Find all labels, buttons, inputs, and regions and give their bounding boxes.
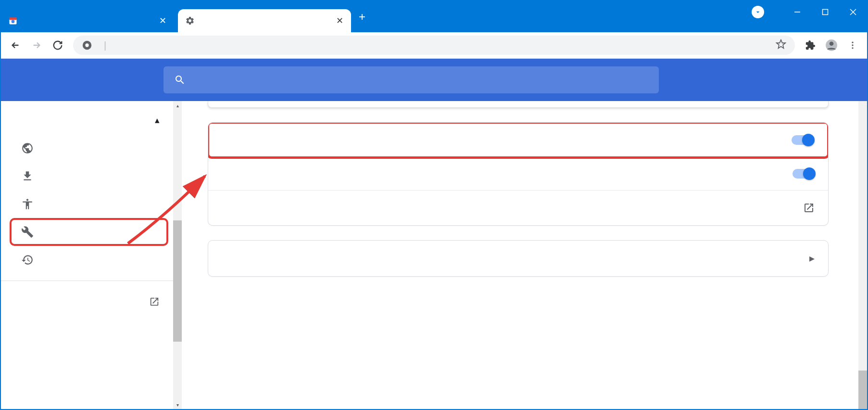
svg-point-2 [12, 20, 15, 23]
window-titlebar: ✕ ✕ + [1, 1, 867, 32]
forward-button[interactable] [27, 36, 46, 55]
external-link-icon [149, 296, 160, 307]
toggle-hardware-accel[interactable] [793, 169, 815, 179]
restore-icon [21, 254, 34, 266]
extensions-icon[interactable] [801, 36, 820, 55]
settings-header [1, 59, 867, 101]
svg-point-8 [85, 43, 88, 47]
omnibox[interactable]: | [73, 36, 795, 55]
svg-point-13 [852, 47, 853, 49]
chrome-icon [82, 40, 92, 51]
search-shadow-strip [208, 101, 829, 108]
window-controls [752, 1, 867, 23]
reload-button[interactable] [48, 36, 67, 55]
minimize-button[interactable] [783, 1, 811, 23]
webstore-favicon [8, 15, 18, 26]
sidebar-item-downloads[interactable] [1, 162, 167, 190]
row-proxy-settings[interactable] [208, 191, 828, 225]
profile-indicator[interactable] [752, 6, 764, 18]
chevron-right-icon: ▸ [809, 252, 815, 265]
bookmark-star-icon[interactable] [776, 39, 786, 51]
new-tab-button[interactable]: + [359, 10, 365, 24]
external-link-icon [803, 202, 815, 214]
address-bar: | [1, 32, 867, 59]
maximize-button[interactable] [811, 1, 839, 23]
scroll-thumb[interactable] [173, 220, 182, 342]
sidebar-section-advanced[interactable]: ▴ [1, 106, 173, 134]
tab-close-icon[interactable]: ✕ [335, 15, 344, 26]
scroll-down-icon[interactable]: ▾ [173, 400, 182, 409]
search-icon [174, 74, 186, 86]
scroll-thumb[interactable] [858, 371, 867, 409]
sidebar-item-accessibility[interactable] [1, 190, 167, 218]
accessibility-icon [21, 198, 34, 210]
row-background-apps[interactable] [208, 122, 829, 159]
tab-settings[interactable]: ✕ [178, 9, 351, 32]
row-hardware-accel[interactable] [208, 157, 828, 191]
toggle-background-apps[interactable] [792, 135, 814, 145]
settings-main: ▸ [182, 101, 867, 409]
download-icon [21, 170, 34, 182]
svg-point-11 [852, 42, 853, 43]
globe-icon [21, 142, 34, 154]
svg-point-10 [830, 41, 834, 46]
sidebar-item-extensions[interactable] [1, 288, 173, 316]
chevron-up-icon: ▴ [155, 115, 160, 126]
tab-close-icon[interactable]: ✕ [158, 15, 167, 26]
sidebar-item-languages[interactable] [1, 134, 167, 162]
back-button[interactable] [6, 36, 25, 55]
reset-card: ▸ [208, 240, 829, 277]
sidebar-divider [1, 281, 173, 281]
scroll-up-icon[interactable]: ▴ [173, 101, 182, 110]
main-scrollbar[interactable] [858, 101, 867, 409]
svg-rect-1 [10, 17, 17, 20]
sidebar-item-reset[interactable] [1, 246, 167, 274]
sidebar-item-about[interactable] [1, 316, 173, 333]
search-settings-box[interactable] [164, 66, 659, 93]
system-card [208, 122, 829, 226]
tab-webstore[interactable]: ✕ [1, 9, 174, 32]
sidebar-item-system[interactable] [10, 218, 168, 246]
settings-favicon [185, 15, 195, 26]
sidebar-wrap: ▴ [1, 101, 182, 409]
url-separator: | [104, 40, 106, 51]
settings-sidebar: ▴ [1, 101, 173, 409]
svg-point-12 [852, 44, 853, 46]
svg-rect-4 [823, 9, 828, 14]
settings-content: ▴ [1, 101, 867, 409]
search-settings-input[interactable] [195, 75, 648, 85]
wrench-icon [21, 226, 34, 238]
close-window-button[interactable] [839, 1, 867, 23]
row-restore-defaults[interactable]: ▸ [208, 241, 828, 276]
sidebar-scrollbar[interactable]: ▴ ▾ [173, 101, 182, 409]
menu-icon[interactable] [843, 36, 862, 55]
profile-avatar-icon[interactable] [822, 36, 841, 55]
